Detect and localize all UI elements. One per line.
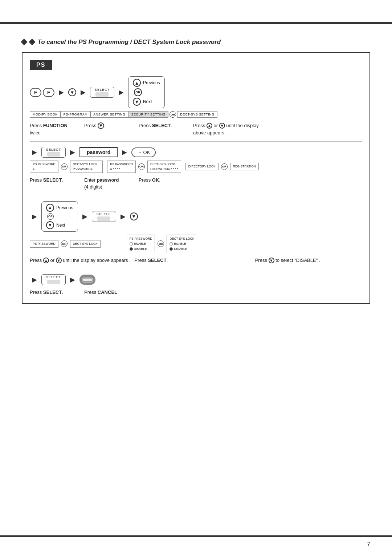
nav-previous-label: Previous: [143, 80, 160, 85]
ok-arrow: →: [137, 150, 142, 155]
inst-select-bold-4: SELECT: [43, 289, 62, 295]
or-badge-2: OR: [47, 213, 54, 220]
up-arrow-nav: ▲: [133, 79, 141, 87]
inst-select-bold-2: SELECT: [43, 177, 62, 183]
screen-labels-1: MODIFY BOOK PS-PROGRAM ANSWER SETTING SE…: [30, 111, 362, 118]
arrow-7: ▶: [32, 212, 37, 220]
btn-f2: F: [43, 88, 54, 97]
press-down-4: ▼: [56, 258, 62, 263]
or-badge-1: OR: [134, 88, 142, 96]
nav-prev-row: ▲ Previous: [133, 79, 160, 87]
sub-screen-dect-lock-3: DECT-SYS LOCK: [70, 240, 101, 248]
page-title: To cancel the PS Programming / DECT Syst…: [37, 39, 221, 45]
select-button-3: SELECT: [92, 211, 116, 222]
inst-cell-2: Press ▼.: [84, 122, 128, 129]
ok-button: → OK: [131, 147, 156, 157]
screen-dect-sys-setting: DECT-SYS SETTING: [177, 111, 217, 118]
inst-cell-6: Enter password(4 digits).: [84, 177, 128, 191]
sub-screens-row-3: PS PASSWORD OR DECT-SYS LOCK PS PASSWORD…: [30, 235, 362, 253]
diamond-icon-1: [21, 39, 27, 45]
inst-select-bold-3: SELECT: [148, 258, 166, 263]
bottom-rule: [0, 535, 392, 537]
sub-screen-dect-lock-2: DECT-SYS LOCKPASSWORD= * * * *: [147, 161, 181, 173]
nav-or-row: OR: [133, 88, 143, 96]
sub-screen-dect-lock-radio: DECT-SYS LOCK ENABLE DISABLE: [167, 235, 197, 253]
select-label-4: SELECT: [46, 275, 61, 279]
arrow-6: ▶: [122, 148, 127, 156]
or-sub-3b: OR: [158, 240, 164, 247]
inst-cell-11: Press CANCEL.: [84, 289, 128, 296]
press-down-5: ▼: [269, 258, 274, 263]
inst-cell-3: Press SELECT.: [139, 122, 182, 129]
main-instruction-box: PS F F ▶ ▼ ▶ SELECT ▶ ▲ Previous OR: [22, 52, 370, 304]
cancel-icon: [79, 275, 95, 285]
select-button-4: SELECT: [41, 274, 66, 285]
sub-screen-registration: REGISTRATION: [230, 163, 259, 170]
arrow-10: ▶: [32, 276, 37, 284]
down-arrow-nav: ▼: [133, 98, 141, 106]
screen-answer-setting: ANSWER SETTING: [90, 111, 128, 118]
nav-box-1: ▲ Previous OR ▼ Next: [128, 76, 165, 108]
radio-enable-2: [170, 242, 173, 246]
down-arrow-btn: ▼: [68, 88, 76, 96]
nav-next-row-2: ▼ Next: [46, 221, 65, 229]
inst-cell-5: Press SELECT.: [30, 177, 73, 184]
nav-next-label: Next: [143, 99, 152, 104]
inst-row-1: Press FUNCTIONtwice. Press ▼. Press SELE…: [30, 122, 362, 136]
inst-row-2: Press SELECT. Enter password(4 digits). …: [30, 177, 362, 191]
btn-f1: F: [30, 88, 41, 97]
arrow-1: ▶: [59, 88, 64, 96]
ps-label: PS: [30, 60, 52, 70]
flow-row-3: ▶ ▲ Previous OR ▼ Next ▶ SELECT ▶: [30, 201, 362, 232]
sub-screen-ps-pwd-2: PS PASSWORD= * * * *: [107, 161, 136, 173]
or-sub-3a: OR: [61, 240, 68, 247]
select-label-1: SELECT: [95, 88, 110, 92]
inst-ok-bold: OK: [152, 177, 159, 183]
sub-screen-group-1: PS PASSWORD= - - - - OR DECT-SYS LOCKPAS…: [30, 161, 103, 173]
sub-screens-row: PS PASSWORD= - - - - OR DECT-SYS LOCKPAS…: [30, 161, 362, 173]
flow-row-4: ▶ SELECT ▶: [30, 274, 362, 285]
or-badge-screen1: OR: [170, 111, 176, 118]
inst-password-bold: password: [97, 177, 119, 183]
password-box: password: [79, 147, 118, 157]
page-number: 7: [367, 541, 370, 548]
radio-enable-1: [130, 242, 133, 246]
sub-screen-ps-pwd-1: PS PASSWORD= - - - -: [30, 161, 58, 173]
or-sub-2: OR: [138, 163, 145, 170]
inst-select-bold-1: SELECT: [152, 123, 171, 128]
inst-cell-1: Press FUNCTIONtwice.: [30, 122, 73, 136]
sub-screen-dir-lock: DIRECTORY LOCK: [185, 163, 219, 170]
arrow-8: ▶: [82, 212, 87, 220]
nav-next-row: ▼ Next: [133, 98, 152, 106]
inst-row-3: Press ▲ or ▼ until the display above app…: [30, 257, 362, 264]
nav-next-label-2: Next: [56, 223, 65, 228]
press-up-2: ▲: [43, 258, 49, 263]
select-button-1: SELECT: [90, 87, 114, 98]
svg-rect-0: [83, 279, 92, 281]
inst-cell-7: Press OK.: [139, 177, 182, 184]
select-body-4: [47, 280, 60, 284]
arrow-3: ▶: [119, 88, 124, 96]
section-title: To cancel the PS Programming / DECT Syst…: [22, 39, 370, 46]
press-up-1: ▲: [207, 123, 212, 129]
select-body-2: [47, 152, 60, 157]
sub-screen-ps-pwd-3: PS PASSWORD: [30, 240, 58, 248]
sub-screen-ps-pwd-radio: PS PASSWORD ENABLE DISABLE: [127, 235, 155, 253]
radio-disable-1: [130, 247, 133, 251]
down-arrow-3: ▼: [130, 212, 138, 220]
nav-box-2: ▲ Previous OR ▼ Next: [41, 201, 78, 232]
or-sub-1: OR: [61, 163, 68, 170]
arrow-4: ▶: [32, 148, 37, 156]
inst-cell-8: Press ▲ or ▼ until the display above app…: [30, 257, 244, 264]
up-arrow-nav-2: ▲: [46, 204, 54, 212]
divider-3: [30, 269, 362, 269]
arrow-9: ▶: [121, 212, 126, 220]
select-label-3: SELECT: [97, 212, 111, 216]
screen-modify-book: MODIFY BOOK: [30, 111, 61, 118]
press-down-1: ▼: [98, 122, 104, 129]
screen-ps-program: PS-PROGRAM: [61, 111, 91, 118]
select-body-1: [95, 92, 109, 97]
select-body-3: [97, 216, 110, 221]
inst-cell-10: Press SELECT.: [30, 289, 73, 296]
sub-screen-group-3: DIRECTORY LOCK OR REGISTRATION: [185, 161, 259, 173]
